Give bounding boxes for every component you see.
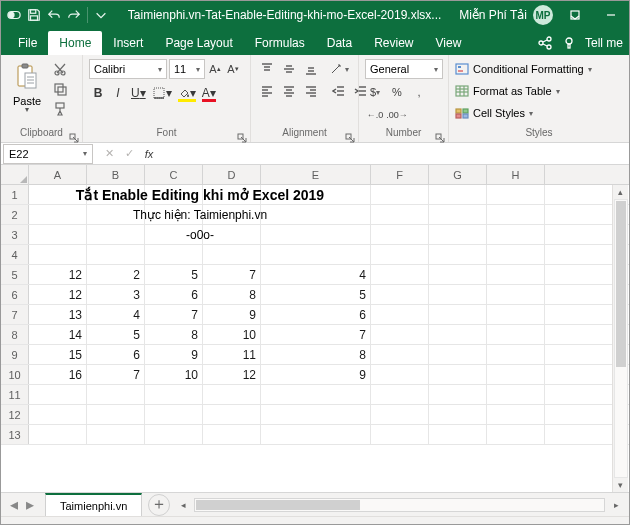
account-area[interactable]: Miễn Phí Tải MP <box>459 5 557 25</box>
cell[interactable] <box>487 185 545 204</box>
cell[interactable] <box>29 385 87 404</box>
cell[interactable] <box>261 405 371 424</box>
cell[interactable]: 7 <box>203 265 261 284</box>
cell[interactable] <box>203 425 261 444</box>
italic-button[interactable]: I <box>109 83 127 103</box>
cell[interactable] <box>203 245 261 264</box>
cell[interactable]: 4 <box>87 305 145 324</box>
vertical-scrollbar[interactable]: ▴ ▾ <box>612 185 628 492</box>
save-icon[interactable] <box>25 6 43 24</box>
cell[interactable]: 7 <box>261 325 371 344</box>
redo-icon[interactable] <box>65 6 83 24</box>
grid-rows[interactable]: 1Tắt Enable Editing khi mở Excel 20192Th… <box>1 185 629 445</box>
cell[interactable] <box>203 385 261 404</box>
fill-color-button[interactable]: ▾ <box>176 83 198 103</box>
align-top-icon[interactable] <box>257 59 277 79</box>
cell[interactable]: 10 <box>203 325 261 344</box>
cell[interactable] <box>429 205 487 224</box>
alignment-dialog-launcher-icon[interactable] <box>345 129 355 139</box>
cell[interactable] <box>29 405 87 424</box>
cell[interactable] <box>371 365 429 384</box>
cell[interactable] <box>429 325 487 344</box>
font-color-button[interactable]: A▾ <box>200 83 218 103</box>
decrease-indent-icon[interactable] <box>329 81 349 101</box>
undo-icon[interactable] <box>45 6 63 24</box>
number-dialog-launcher-icon[interactable] <box>435 129 445 139</box>
tab-insert[interactable]: Insert <box>102 31 154 55</box>
cell[interactable] <box>487 365 545 384</box>
row-header[interactable]: 5 <box>1 265 29 284</box>
accounting-format-button[interactable]: $▾ <box>365 82 385 102</box>
row-header[interactable]: 2 <box>1 205 29 224</box>
border-button[interactable]: ▾ <box>150 83 174 103</box>
tab-view[interactable]: View <box>425 31 473 55</box>
column-header[interactable]: E <box>261 165 371 184</box>
cell[interactable] <box>487 325 545 344</box>
bold-button[interactable]: B <box>89 83 107 103</box>
align-middle-icon[interactable] <box>279 59 299 79</box>
tell-me-label[interactable]: Tell me <box>585 36 623 50</box>
cell[interactable]: 15 <box>29 345 87 364</box>
horizontal-scroll-track[interactable] <box>194 498 605 512</box>
cell[interactable] <box>371 425 429 444</box>
row-header[interactable]: 11 <box>1 385 29 404</box>
cell[interactable]: 5 <box>87 325 145 344</box>
cell[interactable]: 8 <box>145 325 203 344</box>
cell[interactable] <box>371 345 429 364</box>
cell[interactable] <box>87 425 145 444</box>
cell[interactable]: 12 <box>29 285 87 304</box>
tab-page-layout[interactable]: Page Layout <box>154 31 243 55</box>
row-header[interactable]: 1 <box>1 185 29 204</box>
vertical-scroll-thumb[interactable] <box>616 201 626 367</box>
align-center-icon[interactable] <box>279 81 299 101</box>
cell[interactable] <box>29 245 87 264</box>
tab-formulas[interactable]: Formulas <box>244 31 316 55</box>
cell[interactable] <box>145 385 203 404</box>
cell[interactable] <box>429 385 487 404</box>
cell[interactable] <box>87 245 145 264</box>
cell[interactable] <box>371 325 429 344</box>
formula-bar-input[interactable] <box>163 144 627 164</box>
align-right-icon[interactable] <box>301 81 321 101</box>
format-painter-icon[interactable] <box>51 101 69 117</box>
row-header[interactable]: 10 <box>1 365 29 384</box>
cell[interactable] <box>429 225 487 244</box>
cell[interactable] <box>429 285 487 304</box>
cell[interactable] <box>487 205 545 224</box>
horizontal-scrollbar[interactable]: ◂ ▸ <box>176 498 623 512</box>
font-dialog-launcher-icon[interactable] <box>237 129 247 139</box>
tab-home[interactable]: Home <box>48 31 102 55</box>
cell[interactable]: 11 <box>203 345 261 364</box>
column-header[interactable]: G <box>429 165 487 184</box>
cell[interactable] <box>487 225 545 244</box>
cell[interactable] <box>29 425 87 444</box>
cell[interactable]: 10 <box>145 365 203 384</box>
cell[interactable]: 9 <box>261 365 371 384</box>
cell[interactable]: 8 <box>203 285 261 304</box>
insert-function-button[interactable]: fx <box>139 144 159 164</box>
cell[interactable]: 7 <box>145 305 203 324</box>
cell[interactable]: 4 <box>261 265 371 284</box>
cell[interactable] <box>429 305 487 324</box>
cell[interactable]: 5 <box>145 265 203 284</box>
align-bottom-icon[interactable] <box>301 59 321 79</box>
ribbon-options-icon[interactable] <box>557 1 593 29</box>
sheet-nav-next-icon[interactable]: ▸ <box>23 498 37 512</box>
cell-styles-button[interactable]: Cell Styles▾ <box>455 103 592 123</box>
cut-icon[interactable] <box>51 61 69 77</box>
column-header[interactable]: A <box>29 165 87 184</box>
cell[interactable] <box>371 285 429 304</box>
cell[interactable] <box>261 425 371 444</box>
cell[interactable]: 2 <box>87 265 145 284</box>
row-header[interactable]: 7 <box>1 305 29 324</box>
sheet-tab[interactable]: Taimienphi.vn <box>45 493 142 516</box>
new-sheet-button[interactable]: ＋ <box>148 494 170 516</box>
cell[interactable] <box>429 245 487 264</box>
cell[interactable] <box>145 245 203 264</box>
cell[interactable] <box>429 265 487 284</box>
cell[interactable]: 8 <box>261 345 371 364</box>
cell[interactable] <box>487 405 545 424</box>
column-header[interactable]: C <box>145 165 203 184</box>
scroll-down-icon[interactable]: ▾ <box>614 478 628 492</box>
cell[interactable]: 13 <box>29 305 87 324</box>
